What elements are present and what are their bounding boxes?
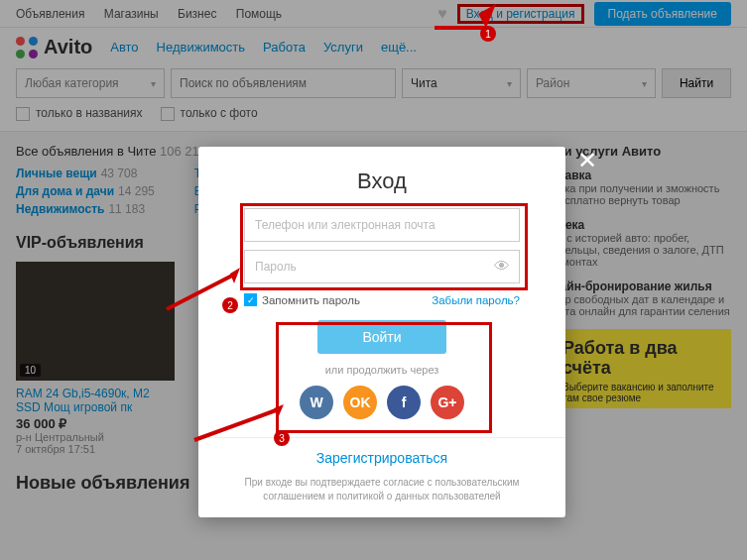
facebook-icon[interactable]: f [387, 386, 421, 419]
annotation-badge-2: 2 [222, 297, 238, 313]
terms-text: При входе вы подтверждаете согласие с по… [198, 476, 565, 504]
annotation-badge-3: 3 [274, 430, 290, 446]
or-continue-label: или продолжить через [244, 364, 520, 376]
remember-checkbox[interactable]: ✓Запомнить пароль [244, 293, 360, 306]
close-icon[interactable]: ✕ [577, 147, 597, 174]
forgot-password-link[interactable]: Забыли пароль? [432, 294, 520, 306]
social-row: W OK f G+ [244, 386, 520, 419]
password-input[interactable] [244, 250, 520, 283]
checkbox-checked-icon: ✓ [244, 293, 257, 306]
google-plus-icon[interactable]: G+ [431, 386, 464, 419]
annotation-badge-1: 1 [480, 26, 496, 42]
vk-icon[interactable]: W [300, 386, 333, 419]
eye-icon[interactable]: 👁 [494, 258, 510, 276]
modal-title: Вход [198, 168, 565, 194]
ok-icon[interactable]: OK [343, 386, 377, 419]
submit-button[interactable]: Войти [317, 320, 446, 354]
login-input[interactable] [244, 208, 520, 242]
login-modal: ✕ Вход 👁 ✓Запомнить пароль Забыли пароль… [198, 147, 565, 517]
register-link[interactable]: Зарегистрироваться [198, 450, 565, 466]
